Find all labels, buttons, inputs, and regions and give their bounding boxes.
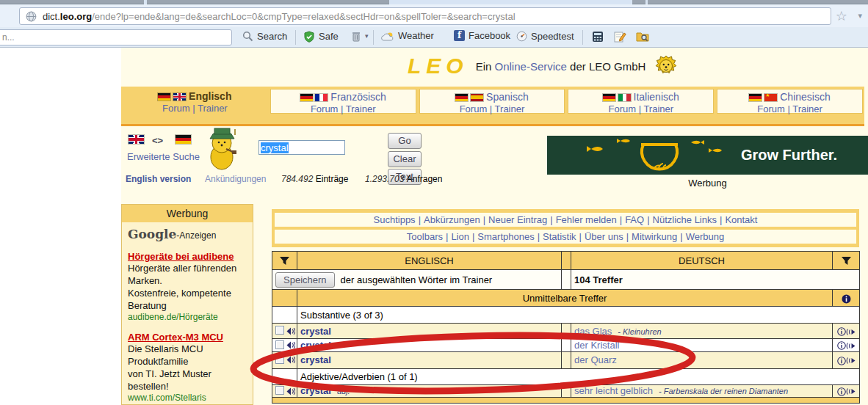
forum-trainer-links[interactable]: Forum | Trainer: [568, 103, 713, 114]
speaker-icon[interactable]: [286, 339, 295, 350]
forum-trainer-links[interactable]: Forum | Trainer: [717, 103, 862, 114]
section-title: Unmittelbare Treffer: [297, 290, 833, 307]
toolbar-weather-button[interactable]: Weather: [381, 30, 434, 41]
english-term-note: adj.: [337, 387, 350, 395]
nav-link[interactable]: Lion: [451, 231, 469, 242]
nav-link[interactable]: Nützliche Links: [653, 214, 717, 225]
english-term-link[interactable]: crystal: [300, 354, 331, 365]
tab-franzoesisch[interactable]: Französisch Forum | Trainer: [270, 89, 416, 114]
weather-cloud-icon: [381, 30, 394, 41]
table-row: crystal das Glas- Kleinuhren: [272, 324, 860, 339]
calculator-icon: [592, 30, 604, 43]
audio-icon[interactable]: [846, 340, 856, 351]
forum-trainer-links[interactable]: Forum | Trainer: [271, 103, 416, 114]
dictionary-search-input[interactable]: crystal: [258, 140, 345, 155]
section-info-icon[interactable]: [833, 290, 860, 307]
speaker-icon[interactable]: [286, 385, 295, 396]
url-domain: leo.org: [60, 11, 92, 22]
italian-flag-icon: [618, 94, 631, 101]
swap-direction-icon[interactable]: <>: [152, 135, 163, 146]
toolbar-search-input[interactable]: n...: [0, 29, 232, 45]
row-checkbox[interactable]: [275, 355, 284, 364]
spanish-flag-icon: [471, 94, 483, 101]
speaker-icon[interactable]: [286, 354, 295, 365]
tab-chinesisch[interactable]: Chinesisch Forum | Trainer: [717, 89, 863, 114]
german-flag-icon[interactable]: [176, 135, 191, 144]
audio-icon[interactable]: [846, 354, 856, 365]
toolbar-trash-button[interactable]: ▾: [351, 30, 369, 42]
nav-link[interactable]: Suchtipps: [374, 214, 416, 225]
queries-count: 1.293.703 Anfragen: [365, 174, 442, 184]
nav-link[interactable]: Werbung: [686, 231, 725, 242]
announcements-link[interactable]: Ankündigungen: [205, 174, 266, 184]
facebook-icon: f: [454, 30, 465, 41]
leo-logo[interactable]: LEO: [408, 54, 469, 79]
nav-link[interactable]: Kontakt: [725, 214, 757, 225]
toolbar-notes-button[interactable]: [614, 30, 626, 43]
german-term-link[interactable]: der Kristall: [574, 340, 619, 351]
filter-funnel-icon[interactable]: [833, 252, 860, 270]
ad-title-link[interactable]: ARM Cortex-M3 MCU: [128, 332, 247, 343]
nav-link[interactable]: FAQ: [625, 214, 644, 225]
ad-werbung-label: Werbung: [547, 178, 868, 189]
uk-flag-icon[interactable]: [129, 135, 144, 144]
german-term-link[interactable]: der Quarz: [574, 354, 617, 365]
row-checkbox[interactable]: [275, 340, 284, 349]
ad-banner[interactable]: Grow Further.: [547, 136, 868, 175]
row-checkbox[interactable]: [275, 326, 284, 335]
nav-link[interactable]: Smartphones: [477, 231, 534, 242]
speaker-icon[interactable]: [286, 325, 295, 336]
nav-link[interactable]: Mitwirkung: [632, 231, 677, 242]
nav-link[interactable]: Fehler melden: [556, 214, 617, 225]
trash-icon: [351, 30, 361, 42]
toolbar-folder-search-button[interactable]: [636, 30, 650, 42]
table-row: crystal der Kristall: [272, 339, 860, 352]
filter-funnel-icon[interactable]: [272, 252, 297, 270]
nav-link[interactable]: Neuer Eintrag: [488, 214, 547, 225]
ad-url-link[interactable]: audibene.de/Hörgeräte: [128, 312, 247, 322]
german-term-link[interactable]: sehr leicht gelblich: [574, 385, 653, 396]
toolbar-search-button[interactable]: Search: [242, 30, 287, 42]
tab-italienisch[interactable]: Italienisch Forum | Trainer: [568, 89, 714, 114]
address-bar[interactable]: dict.leo.org/ende?lp=ende&lang=de&search…: [19, 7, 831, 25]
info-icon[interactable]: [837, 354, 846, 365]
english-term-link[interactable]: crystal: [300, 385, 331, 396]
row-checkbox[interactable]: [275, 386, 284, 395]
german-term-link[interactable]: das Glas: [574, 326, 612, 337]
tab-spanisch[interactable]: Spanisch Forum | Trainer: [419, 89, 565, 114]
advanced-search-link[interactable]: Erweiterte Suche: [127, 151, 200, 162]
save-button[interactable]: Speichern: [275, 272, 335, 288]
toolbar-calculator-button[interactable]: [592, 30, 604, 43]
ad-url-link[interactable]: www.ti.com/Stellaris: [128, 393, 247, 403]
leo-page: LEO Ein Online-Service der LEO GmbH Engl…: [121, 48, 868, 405]
clear-button[interactable]: Clear: [388, 151, 422, 167]
go-button[interactable]: Go: [388, 133, 422, 149]
tab-englisch[interactable]: Englisch Forum | Trainer: [123, 87, 267, 116]
uk-flag-icon: [173, 93, 186, 101]
toolbar-separator: [295, 30, 296, 45]
nav-link[interactable]: Statistik: [543, 231, 576, 242]
sidebar-ad: ARM Cortex-M3 MCU Die Stellaris MCU Prod…: [128, 332, 247, 403]
toolbar-safe-button[interactable]: Safe: [303, 30, 339, 43]
audio-icon[interactable]: [846, 326, 856, 337]
ad-title-link[interactable]: Hörgeräte bei audibene: [128, 251, 247, 262]
forum-trainer-links[interactable]: Forum | Trainer: [420, 103, 565, 114]
online-service-link[interactable]: Online-Service: [495, 60, 567, 73]
info-icon[interactable]: [837, 385, 846, 396]
audio-icon[interactable]: [846, 385, 856, 396]
nav-link[interactable]: Abkürzungen: [424, 214, 480, 225]
nav-link[interactable]: Über uns: [585, 231, 623, 242]
toolbar-separator: [582, 30, 583, 45]
english-version-link[interactable]: English version: [126, 174, 191, 184]
nav-row-2: Toolbars|Lion|Smartphones|Statistik|Über…: [275, 230, 856, 244]
info-icon[interactable]: [837, 340, 846, 351]
english-term-link[interactable]: crystal: [300, 340, 331, 351]
forum-trainer-links[interactable]: Forum | Trainer: [123, 103, 267, 114]
toolbar-speedtest-button[interactable]: Speedtest: [516, 30, 574, 42]
info-icon[interactable]: [837, 326, 846, 337]
bookmark-star-icon[interactable]: ☆: [836, 7, 847, 25]
toolbar-facebook-button[interactable]: f Facebook: [454, 30, 510, 41]
nav-link[interactable]: Toolbars: [407, 231, 443, 242]
url-dropdown-icon[interactable]: ▾: [858, 11, 862, 21]
english-term-link[interactable]: crystal: [300, 326, 331, 337]
